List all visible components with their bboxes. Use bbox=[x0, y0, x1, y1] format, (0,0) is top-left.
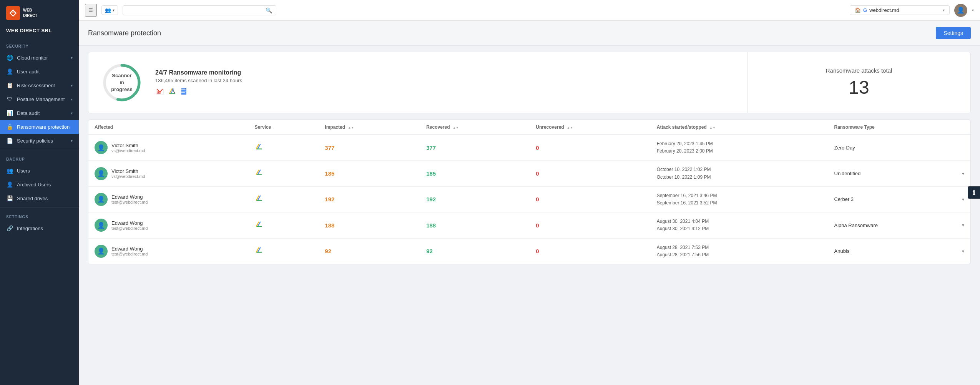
attack-end: August 28, 2021 7:56 PM bbox=[657, 251, 822, 259]
ransomware-label: Alpha Ransomware bbox=[834, 222, 878, 228]
cell-ransomware-type[interactable]: Alpha Ransomware ▾ bbox=[828, 212, 971, 238]
user-audit-icon: 👤 bbox=[6, 68, 13, 75]
divider bbox=[0, 207, 79, 208]
cell-unrecovered: 0 bbox=[530, 161, 650, 186]
page-header: Ransomware protection Settings bbox=[79, 21, 980, 46]
user-select[interactable]: 👥 ▾ bbox=[101, 5, 118, 15]
user-avatar: 👤 bbox=[95, 245, 108, 258]
user-email: vs@webdirect.md bbox=[111, 174, 145, 179]
attack-start: February 20, 2023 1:45 PM bbox=[657, 140, 822, 148]
sidebar-logo: WEB DIRECT bbox=[0, 0, 79, 26]
user-email: vs@webdirect.md bbox=[111, 148, 145, 153]
menu-button[interactable]: ≡ bbox=[85, 4, 97, 17]
sidebar-item-integrations[interactable]: 🔗 Integrations bbox=[0, 221, 79, 235]
cell-impacted: 188 bbox=[319, 212, 420, 238]
attack-end: October 10, 2022 1:09 PM bbox=[657, 174, 822, 181]
table-row: 👤 Edward Wong test@webdirect.md bbox=[88, 212, 970, 238]
chevron-icon: ▾ bbox=[71, 111, 73, 115]
company-name: WEB DIRECT SRL bbox=[0, 26, 79, 40]
risk-assessment-icon: 📋 bbox=[6, 82, 13, 88]
url-dropdown-icon: ▾ bbox=[943, 8, 945, 12]
sidebar-label-cloud-monitor: Cloud monitor bbox=[17, 55, 48, 61]
sidebar-label-ransomware: Ransomware protection bbox=[17, 124, 70, 130]
col-impacted: Impacted ▲▼ bbox=[319, 120, 420, 135]
main-content: ≡ 👥 ▾ 🔍 🏠 G webdirect.md ▾ 👤 ▾ Ransomwar… bbox=[79, 0, 980, 385]
cell-attack-time: October 10, 2022 1:02 PM October 10, 202… bbox=[651, 161, 828, 186]
sort-icons: ▲▼ bbox=[348, 126, 354, 129]
cell-recovered: 192 bbox=[420, 186, 530, 212]
dropdown-icon[interactable]: ▾ bbox=[962, 222, 964, 228]
user-name: Edward Wong bbox=[111, 194, 148, 200]
sidebar-item-archived-users[interactable]: 👤 Archived Users bbox=[0, 178, 79, 191]
dropdown-icon[interactable]: ▾ bbox=[962, 171, 964, 176]
user-avatar: 👤 bbox=[95, 193, 108, 206]
sidebar-label-risk-assessment: Risk Assessment bbox=[17, 83, 55, 88]
sidebar-label-security-policies: Security policies bbox=[17, 138, 53, 144]
cell-ransomware-type[interactable]: Cerber 3 ▾ bbox=[828, 186, 971, 212]
cell-user: 👤 Victor Smith vs@webdirect.md bbox=[88, 161, 249, 186]
sidebar-item-users[interactable]: 👥 Users bbox=[0, 164, 79, 178]
cell-ransomware-type[interactable]: Unidentified ▾ bbox=[828, 161, 971, 186]
attack-start: August 28, 2021 7:53 PM bbox=[657, 244, 822, 251]
sidebar-item-cloud-monitor[interactable]: 🌐 Cloud monitor ▾ bbox=[0, 51, 79, 65]
attack-start: October 10, 2022 1:02 PM bbox=[657, 166, 822, 173]
user-name: Victor Smith bbox=[111, 168, 145, 174]
search-bar[interactable]: 🔍 bbox=[123, 5, 276, 15]
attack-start: September 16, 2021 3:46 PM bbox=[657, 192, 822, 199]
posture-icon: 🛡 bbox=[6, 96, 13, 102]
sidebar-item-shared-drives[interactable]: 💾 Shared drives bbox=[0, 191, 79, 205]
data-audit-icon: 📊 bbox=[6, 110, 13, 116]
sidebar-item-data-audit[interactable]: 📊 Data audit ▾ bbox=[0, 106, 79, 120]
scanner-card: Scanner in progress 24/7 Ransomware moni… bbox=[88, 52, 747, 113]
page-content: Ransomware protection Settings Scanner i… bbox=[79, 21, 980, 385]
avatar-chevron: ▾ bbox=[972, 8, 974, 12]
home-icon: 🏠 bbox=[855, 7, 861, 13]
service-icon bbox=[255, 169, 313, 178]
dropdown-icon[interactable]: ▾ bbox=[962, 249, 964, 254]
sidebar-item-security-policies[interactable]: 📄 Security policies ▾ bbox=[0, 134, 79, 148]
user-avatar: 👤 bbox=[95, 141, 108, 154]
service-icon bbox=[255, 246, 313, 256]
col-service: Service bbox=[249, 120, 319, 135]
sidebar-item-user-audit[interactable]: 👤 User audit bbox=[0, 65, 79, 78]
attacks-title: Ransomware attacks total bbox=[826, 67, 892, 74]
cell-ransomware-type[interactable]: Anubis ▾ bbox=[828, 238, 971, 264]
dropdown-icon[interactable]: ▾ bbox=[962, 197, 964, 202]
user-name: Edward Wong bbox=[111, 220, 148, 226]
user-avatar[interactable]: 👤 bbox=[954, 4, 967, 17]
monitoring-subtitle: 186,495 items scanned in last 24 hours bbox=[155, 78, 242, 83]
sidebar-item-posture-management[interactable]: 🛡 Posture Management ▾ bbox=[0, 92, 79, 106]
sidebar-item-risk-assessment[interactable]: 📋 Risk Assessment ▾ bbox=[0, 78, 79, 92]
table-row: 👤 Edward Wong test@webdirect.md bbox=[88, 186, 970, 212]
sidebar-label-shared-drives: Shared drives bbox=[17, 196, 48, 201]
security-policies-icon: 📄 bbox=[6, 138, 13, 144]
scanner-circle: Scanner in progress bbox=[101, 61, 143, 104]
archived-users-icon: 👤 bbox=[6, 181, 13, 188]
data-table: Affected Service Impacted ▲▼ Recovered ▲… bbox=[88, 119, 971, 264]
user-email: test@webdirect.md bbox=[111, 226, 148, 231]
search-input[interactable] bbox=[127, 7, 266, 13]
sidebar-label-data-audit: Data audit bbox=[17, 110, 40, 116]
sidebar-label-users: Users bbox=[17, 168, 30, 174]
shared-drives-icon: 💾 bbox=[6, 195, 13, 201]
settings-button[interactable]: Settings bbox=[936, 27, 971, 39]
info-badge[interactable]: ℹ bbox=[968, 186, 980, 199]
chevron-icon: ▾ bbox=[71, 56, 73, 60]
cell-impacted: 185 bbox=[319, 161, 420, 186]
attack-end: February 20, 2023 2:00 PM bbox=[657, 148, 822, 155]
attacks-total: 13 bbox=[849, 77, 869, 98]
service-icons: M bbox=[155, 87, 242, 96]
url-bar[interactable]: 🏠 G webdirect.md ▾ bbox=[850, 5, 950, 15]
scanner-info: 24/7 Ransomware monitoring 186,495 items… bbox=[155, 69, 242, 96]
cell-recovered: 377 bbox=[420, 135, 530, 161]
attack-end: September 16, 2021 3:52 PM bbox=[657, 199, 822, 207]
search-icon: 🔍 bbox=[266, 7, 272, 13]
cell-impacted: 192 bbox=[319, 186, 420, 212]
sidebar-label-posture: Posture Management bbox=[17, 96, 65, 102]
col-recovered: Recovered ▲▼ bbox=[420, 120, 530, 135]
cell-user: 👤 Edward Wong test@webdirect.md bbox=[88, 186, 249, 212]
table-row: 👤 Edward Wong test@webdirect.md bbox=[88, 238, 970, 264]
sort-icons: ▲▼ bbox=[709, 126, 716, 129]
sidebar-item-ransomware-protection[interactable]: 🔒 Ransomware protection bbox=[0, 120, 79, 134]
user-name: Victor Smith bbox=[111, 143, 145, 148]
